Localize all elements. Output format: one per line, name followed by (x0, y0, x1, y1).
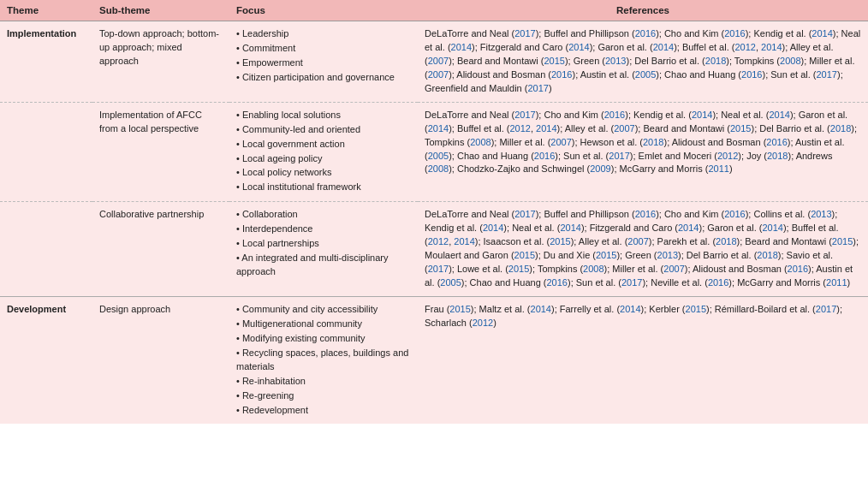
header-focus: Focus (229, 0, 418, 21)
focus-item: Modifying existing community (236, 332, 411, 346)
focus-item: Empowerment (236, 56, 411, 70)
focus-item: Interdependence (236, 223, 411, 236)
table-row: DevelopmentDesign approachCommunity and … (0, 296, 868, 424)
cell-theme (0, 202, 92, 297)
focus-item: Enabling local solutions (236, 109, 411, 122)
main-table: Theme Sub-theme Focus References Impleme… (0, 0, 868, 424)
focus-item: Citizen participation and governance (236, 71, 411, 85)
focus-item: Local institutional framework (236, 181, 411, 194)
cell-theme: Implementation (0, 21, 92, 103)
cell-references: DeLaTorre and Neal (2017); Buffel and Ph… (418, 21, 868, 103)
focus-item: Community and city accessibility (236, 303, 411, 317)
cell-subtheme: Top-down approach; bottom-up approach; m… (92, 21, 229, 103)
table-row: Implementation of AFCC from a local pers… (0, 102, 868, 202)
focus-item: Local ageing policy (236, 152, 411, 166)
cell-theme: Development (0, 296, 92, 424)
focus-item: Local government action (236, 138, 411, 151)
focus-item: Local partnerships (236, 237, 411, 251)
cell-theme (0, 102, 92, 202)
cell-subtheme: Implementation of AFCC from a local pers… (92, 102, 229, 202)
table-row: ImplementationTop-down approach; bottom-… (0, 21, 868, 103)
focus-item: Community-led and oriented (236, 123, 411, 137)
cell-subtheme: Collaborative partnership (92, 202, 229, 297)
header-references: References (418, 0, 868, 21)
cell-references: Frau (2015); Maltz et al. (2014); Farrel… (418, 296, 868, 424)
cell-references: DeLaTorre and Neal (2017); Cho and Kim (… (418, 102, 868, 202)
table-row: Collaborative partnershipCollaborationIn… (0, 202, 868, 297)
focus-item: Collaboration (236, 208, 411, 222)
focus-item: Leadership (236, 27, 411, 41)
focus-item: Re-greening (236, 389, 411, 403)
focus-item: Redevelopment (236, 404, 411, 418)
cell-focus: Enabling local solutionsCommunity-led an… (229, 102, 418, 202)
focus-item: Multigenerational community (236, 318, 411, 331)
focus-item: Local policy networks (236, 166, 411, 180)
cell-focus: LeadershipCommitmentEmpowermentCitizen p… (229, 21, 418, 103)
focus-item: Commitment (236, 42, 411, 56)
header-subtheme: Sub-theme (92, 0, 229, 21)
cell-focus: Community and city accessibilityMultigen… (229, 296, 418, 424)
focus-item: Re-inhabitation (236, 375, 411, 389)
cell-focus: CollaborationInterdependenceLocal partne… (229, 202, 418, 297)
cell-subtheme: Design approach (92, 296, 229, 424)
header-theme: Theme (0, 0, 92, 21)
focus-item: An integrated and multi-disciplinary app… (236, 252, 411, 279)
focus-item: Recycling spaces, places, buildings and … (236, 347, 411, 374)
cell-references: DeLaTorre and Neal (2017); Buffel and Ph… (418, 202, 868, 297)
